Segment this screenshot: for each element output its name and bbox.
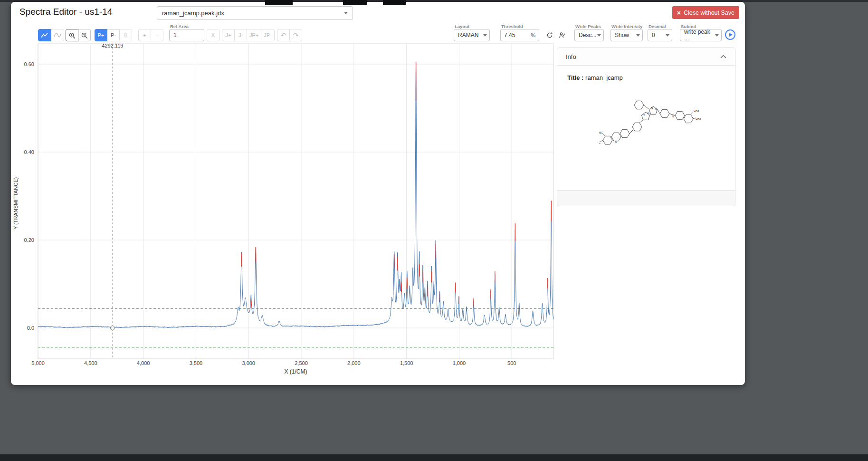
- svg-text:0.20: 0.20: [24, 237, 34, 243]
- smooth-curve-icon: [54, 32, 61, 38]
- threshold-inputbox: %: [500, 29, 539, 41]
- user-edit-icon: [558, 31, 566, 39]
- background-tab-fragment: [343, 0, 367, 5]
- redo-icon: ↷: [293, 31, 299, 39]
- molecule-h3c-label: H3C: [599, 131, 603, 134]
- svg-text:X (1/CM): X (1/CM): [285, 368, 307, 375]
- write-peaks-select[interactable]: Desc...: [574, 29, 604, 41]
- threshold-group: Threshold %: [500, 24, 539, 41]
- line-mode-button[interactable]: [38, 29, 51, 41]
- zoom-in-button[interactable]: [66, 29, 78, 41]
- svg-text:2,500: 2,500: [295, 360, 308, 366]
- molecule-ch3-label: CH3: [696, 117, 701, 120]
- taskbar: [0, 454, 868, 461]
- zoom-in-icon: [68, 32, 76, 39]
- close-without-save-button[interactable]: × Close without Save: [672, 6, 739, 19]
- write-intensity-select[interactable]: Show: [610, 29, 643, 41]
- undo-button[interactable]: ↶: [277, 29, 290, 41]
- molecule-n-label: N: [672, 115, 674, 118]
- threshold-input[interactable]: [504, 32, 525, 38]
- submit-run-button[interactable]: [725, 29, 735, 40]
- set-reference-button[interactable]: [119, 29, 132, 41]
- zoom-reset-button[interactable]: [78, 29, 91, 41]
- svg-text:4,000: 4,000: [137, 360, 150, 366]
- close-icon: ×: [677, 10, 681, 16]
- chevron-down-icon: [715, 34, 719, 37]
- display-mode-group: [38, 29, 64, 41]
- page-title: Spectra Editor - us1-14: [19, 7, 112, 17]
- molecule-ch3-label: CH3: [694, 109, 699, 112]
- multiplicity-minus-button[interactable]: -: [151, 29, 163, 41]
- chevron-down-icon: [636, 34, 640, 37]
- svg-text:1,500: 1,500: [400, 360, 413, 366]
- zoom-reset-icon: [81, 32, 88, 39]
- history-group: ↶ ↷: [277, 29, 302, 41]
- close-button-label: Close without Save: [684, 10, 734, 16]
- molecule-n-label: N: [651, 106, 653, 109]
- background-tab-fragment: [383, 0, 406, 5]
- line-chart-icon: [41, 32, 48, 38]
- svg-text:0.60: 0.60: [24, 61, 34, 67]
- svg-text:500: 500: [507, 360, 516, 366]
- ref-area-input[interactable]: [169, 29, 204, 41]
- ref-area-group: Ref Area: [169, 24, 204, 41]
- jp-plus-button[interactable]: JP+: [247, 29, 261, 41]
- add-peak-button[interactable]: P+: [95, 29, 107, 41]
- j-plus-button[interactable]: J+: [222, 29, 235, 41]
- reset-threshold-button[interactable]: [544, 29, 555, 41]
- sample-title-line: Title : raman_jcamp: [567, 74, 735, 81]
- multiplicity-plus-button[interactable]: +: [138, 29, 151, 41]
- decimal-select[interactable]: 0: [648, 29, 672, 41]
- sample-title-label: Title :: [567, 74, 583, 81]
- spectra-editor-window: Spectra Editor - us1-14 raman_jcamp.peak…: [11, 2, 745, 385]
- map-pin-icon: [123, 32, 129, 39]
- info-panel-header[interactable]: Info: [557, 48, 735, 66]
- ref-area-label: Ref Area: [170, 24, 204, 28]
- threshold-label: Threshold: [501, 24, 539, 28]
- user-edit-button[interactable]: [556, 29, 568, 41]
- info-panel: Info Title : raman_jcamp: [557, 48, 735, 206]
- info-panel-body: Title : raman_jcamp: [557, 66, 735, 154]
- j-minus-button[interactable]: J-: [234, 29, 247, 41]
- svg-text:5,000: 5,000: [31, 360, 45, 366]
- chevron-up-icon: [720, 55, 726, 58]
- refresh-icon: [546, 31, 553, 39]
- screen: Spectra Editor - us1-14 raman_jcamp.peak…: [0, 0, 868, 461]
- write-intensity-value: Show: [615, 32, 629, 38]
- background-tab-fragment: [265, 0, 293, 5]
- svg-text:2,000: 2,000: [347, 360, 361, 366]
- file-dropdown-value: raman_jcamp.peak.jdx: [162, 10, 224, 17]
- layout-select[interactable]: RAMAN: [454, 29, 490, 41]
- layout-group: Layout RAMAN: [454, 24, 490, 41]
- svg-text:1,000: 1,000: [453, 360, 466, 366]
- curve-mode-button[interactable]: [51, 29, 64, 41]
- chevron-down-icon: [597, 34, 601, 37]
- write-peaks-value: Desc...: [579, 32, 596, 38]
- write-peaks-group: Write Peaks Desc...: [574, 24, 604, 41]
- submit-value: write peak ...: [684, 29, 714, 42]
- redo-button[interactable]: ↷: [289, 29, 302, 41]
- svg-text:3,500: 3,500: [190, 360, 203, 366]
- file-dropdown[interactable]: raman_jcamp.peak.jdx: [157, 6, 353, 20]
- zoom-group: [66, 29, 91, 41]
- svg-text:4292.119: 4292.119: [102, 43, 123, 48]
- submit-label: Submit: [681, 24, 722, 28]
- chevron-down-icon: [483, 34, 487, 37]
- write-peaks-label: Write Peaks: [575, 24, 604, 28]
- play-icon: [729, 33, 733, 37]
- submit-select[interactable]: write peak ...: [680, 29, 722, 41]
- svg-text:4,500: 4,500: [84, 360, 97, 366]
- molecule-n-label: N: [643, 113, 645, 116]
- molecule-h3c-label: H3C: [599, 141, 601, 144]
- remove-peak-button[interactable]: P-: [107, 29, 120, 41]
- write-intensity-group: Write Intensity Show: [610, 24, 643, 41]
- molecule-container: H3C H3C N N N N N N CH3 CH3: [567, 95, 735, 154]
- spectrum-chart[interactable]: 5,0004,5004,0003,5003,0002,5002,0001,500…: [11, 42, 556, 377]
- clear-x-button[interactable]: X: [207, 29, 219, 41]
- jp-minus-button[interactable]: JP-: [261, 29, 275, 41]
- clear-group: X: [207, 29, 219, 41]
- chevron-down-icon: [344, 12, 348, 14]
- molecule-n-label: N: [648, 112, 649, 115]
- layout-select-value: RAMAN: [458, 32, 478, 38]
- layout-label: Layout: [455, 24, 490, 28]
